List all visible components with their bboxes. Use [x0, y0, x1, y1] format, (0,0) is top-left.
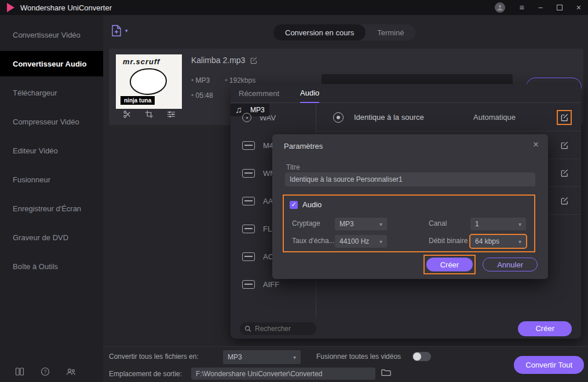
effects-icon[interactable]	[167, 110, 176, 119]
search-input[interactable]	[255, 325, 307, 333]
audio-checkbox[interactable]: ✓	[290, 201, 298, 209]
file-format: MP3	[191, 76, 210, 85]
thumbnail-artist-text: mr.scruff	[123, 57, 160, 66]
sidebar-item-convertisseur-video[interactable]: Convertisseur Vidéo	[0, 22, 103, 47]
parametres-dialog: Paramètres × Titre ✓ Audio Cryptage MP3▾…	[272, 134, 548, 279]
main-tabs: Conversion en cours Terminé	[273, 24, 415, 41]
thumbnail-blob-art	[130, 68, 167, 95]
audio-checkbox-label: Audio	[302, 200, 322, 209]
open-folder-icon[interactable]	[381, 368, 391, 377]
flac-icon	[242, 225, 255, 233]
tab-recemment[interactable]: Récemment	[239, 84, 279, 103]
chevron-down-icon: ▾	[379, 221, 382, 227]
edit-preset-icon[interactable]	[557, 166, 572, 181]
chevron-down-icon: ▾	[293, 354, 296, 361]
search-box[interactable]	[240, 322, 316, 335]
preset-label: Identique à la source	[354, 113, 424, 122]
trim-icon[interactable]	[123, 110, 132, 119]
sidebar-item-enregistreur-ecran[interactable]: Enregistreur d'Écran	[0, 196, 103, 221]
cryptage-label: Cryptage	[292, 219, 320, 227]
chevron-down-icon: ▾	[125, 28, 128, 34]
titre-label: Titre	[286, 163, 300, 171]
sidebar-item-boite-a-outils[interactable]: Boîte à Outils	[0, 254, 103, 279]
canal-select[interactable]: 1▾	[470, 218, 526, 230]
dialog-close-icon[interactable]: ×	[533, 139, 539, 150]
merge-toggle[interactable]	[412, 352, 431, 361]
cryptage-select[interactable]: MP3▾	[335, 218, 387, 230]
chevron-down-icon: ▾	[379, 238, 382, 245]
close-icon[interactable]: ×	[576, 3, 581, 12]
panel-create-button[interactable]: Créer	[518, 321, 572, 336]
app-logo-icon	[7, 3, 14, 12]
convert-all-label: Convertir tous les fichiers en:	[109, 352, 199, 361]
bottombar: Convertir tous les fichiers en: MP3 ▾ Fu…	[103, 346, 588, 382]
taux-label: Taux d'écha...	[292, 237, 335, 245]
ac3-icon	[242, 252, 255, 261]
merge-label: Fusionner toutes les vidéos	[316, 352, 401, 361]
output-location-label: Emplacement de sortie:	[109, 370, 182, 378]
tab-termine[interactable]: Terminé	[366, 24, 415, 41]
thumbnail-album-text: ninja tuna	[120, 96, 155, 105]
chevron-down-icon: ▾	[518, 238, 521, 245]
create-button-highlight: Créer	[423, 255, 476, 274]
sidebar-item-editeur-video[interactable]: Editeur Vidéo	[0, 138, 103, 163]
sidebar-item-convertisseur-audio[interactable]: Convertisseur Audio	[0, 51, 103, 76]
dialog-create-button[interactable]: Créer	[426, 258, 473, 271]
preset-value: Automatique	[473, 113, 516, 122]
canal-label: Canal	[429, 219, 447, 227]
m4a-icon	[242, 141, 255, 150]
aiff-icon	[242, 280, 255, 289]
output-format-select[interactable]: MP3 ▾	[223, 350, 301, 364]
account-avatar-icon[interactable]	[495, 2, 505, 13]
debit-label: Débit binaire	[429, 237, 468, 245]
taux-select[interactable]: 44100 Hz▾	[335, 235, 387, 248]
maximize-icon[interactable]	[557, 5, 563, 10]
minimize-icon[interactable]: −	[538, 3, 543, 12]
format-panel-tabs: Récemment Audio	[231, 84, 581, 103]
file-title: Kalimba 2.mp3	[191, 56, 245, 65]
file-thumbnail: mr.scruff ninja tuna	[116, 54, 182, 109]
app-title: Wondershare UniConverter	[20, 3, 112, 12]
audio-settings-highlight: ✓ Audio Cryptage MP3▾ Canal 1▾ Taux d'éc…	[283, 194, 535, 252]
crop-icon[interactable]	[145, 110, 154, 119]
chevron-down-icon: ▾	[518, 221, 521, 227]
library-icon[interactable]	[15, 367, 24, 376]
edit-preset-icon[interactable]	[557, 110, 572, 125]
edit-preset-icon[interactable]	[557, 138, 572, 153]
wma-icon	[242, 169, 255, 178]
search-icon	[244, 325, 251, 332]
convert-all-button[interactable]: Convertir Tout	[514, 356, 584, 374]
preset-row-source[interactable]: Identique à la source Automatique	[317, 104, 581, 131]
titre-input[interactable]	[285, 172, 535, 186]
add-file-button[interactable]: ▾	[110, 24, 128, 37]
community-icon[interactable]	[66, 367, 76, 376]
tab-conversion-en-cours[interactable]: Conversion en cours	[273, 24, 366, 41]
sidebar-item-graveur-dvd[interactable]: Graveur de DVD	[0, 225, 103, 250]
dialog-cancel-button[interactable]: Annuler	[483, 258, 538, 271]
source-icon	[333, 112, 344, 123]
titlebar: Wondershare UniConverter ≡ − ×	[0, 0, 588, 15]
output-path-input[interactable]	[191, 368, 375, 380]
debit-select[interactable]: 64 kbps▾	[470, 235, 526, 248]
wav-icon	[242, 113, 251, 122]
tab-audio[interactable]: Audio	[300, 84, 319, 103]
sidebar-item-fusionneur[interactable]: Fusionneur	[0, 167, 103, 192]
svg-text:?: ?	[43, 369, 46, 374]
file-tools	[116, 110, 182, 119]
sidebar-item-compresseur-video[interactable]: Compresseur Vidéo	[0, 109, 103, 134]
sidebar-item-telechargeur[interactable]: Téléchargeur	[0, 80, 103, 105]
dialog-title: Paramètres	[284, 142, 323, 150]
edit-preset-icon[interactable]	[557, 193, 572, 208]
rename-icon[interactable]	[250, 56, 258, 64]
file-duration: 05:48	[191, 91, 213, 100]
aac-icon	[242, 197, 255, 205]
help-icon[interactable]: ?	[41, 367, 50, 376]
format-panel-footer: Créer	[231, 318, 581, 339]
music-note-icon: ♫	[235, 105, 242, 115]
sidebar: Convertisseur Vidéo Convertisseur Audio …	[0, 15, 103, 382]
menu-icon[interactable]: ≡	[519, 3, 524, 12]
